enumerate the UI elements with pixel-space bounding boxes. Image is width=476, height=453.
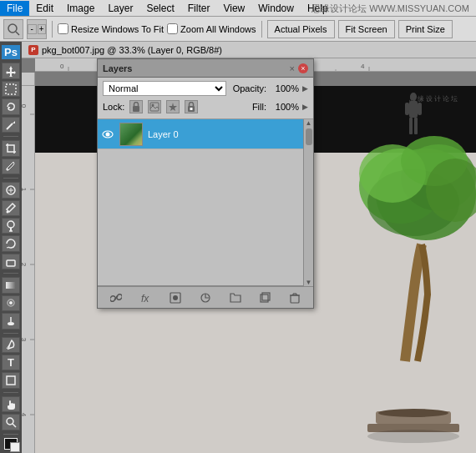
crop-tool[interactable] bbox=[2, 140, 20, 156]
menu-select[interactable]: Select bbox=[139, 1, 180, 16]
svg-point-11 bbox=[8, 221, 14, 228]
opacity-label: Opacity: bbox=[233, 83, 266, 93]
marquee-tool[interactable] bbox=[2, 81, 20, 97]
toolbar-sep6 bbox=[3, 434, 18, 435]
blur-tool[interactable] bbox=[2, 295, 20, 311]
menu-view[interactable]: View bbox=[216, 1, 251, 16]
svg-line-21 bbox=[13, 424, 16, 427]
svg-rect-13 bbox=[7, 260, 15, 266]
layer-mask-button[interactable] bbox=[167, 289, 184, 306]
svg-text:3: 3 bbox=[22, 338, 28, 342]
ruler-corner bbox=[22, 73, 35, 86]
options-sep1 bbox=[52, 21, 53, 38]
layers-scrollbar[interactable]: ▲ ▼ bbox=[303, 119, 313, 286]
layers-bottom-toolbar: fx bbox=[98, 286, 313, 308]
layer-item[interactable]: Layer 0 bbox=[98, 119, 303, 149]
layer-styles-button[interactable]: fx bbox=[138, 289, 154, 306]
print-size-button[interactable]: Print Size bbox=[398, 20, 453, 38]
move-tool[interactable] bbox=[2, 63, 20, 78]
layers-panel-close-button[interactable]: × bbox=[298, 63, 308, 73]
layer-visibility-toggle[interactable] bbox=[101, 128, 114, 141]
scroll-up-arrow-icon[interactable]: ▲ bbox=[306, 119, 312, 127]
svg-point-62 bbox=[367, 430, 459, 443]
layers-list-container: Layer 0 ▲ ▼ bbox=[98, 119, 313, 286]
pen-tool[interactable] bbox=[2, 337, 20, 353]
foreground-color[interactable] bbox=[4, 438, 18, 450]
svg-rect-49 bbox=[418, 103, 422, 115]
menu-edit[interactable]: Edit bbox=[29, 1, 60, 16]
lock-all-icon[interactable] bbox=[185, 100, 198, 113]
svg-rect-76 bbox=[261, 294, 268, 302]
toolbar-sep3 bbox=[3, 273, 18, 274]
scroll-down-arrow-icon[interactable]: ▼ bbox=[306, 279, 312, 286]
svg-text:1: 1 bbox=[22, 188, 28, 192]
shape-tool[interactable] bbox=[2, 372, 20, 388]
resize-windows-group: Resize Windows To Fit bbox=[58, 23, 164, 34]
magic-wand-tool[interactable] bbox=[2, 117, 20, 133]
document-tab[interactable]: P pkg_bot007.jpg @ 33.3% (Layer 0, RGB/8… bbox=[22, 42, 476, 58]
zoom-all-label: Zoom All Windows bbox=[180, 24, 256, 34]
document-area: Ps bbox=[0, 42, 476, 453]
menu-window[interactable]: Window bbox=[251, 1, 301, 16]
layer-name[interactable]: Layer 0 bbox=[148, 129, 300, 139]
document-icon: P bbox=[28, 45, 38, 55]
svg-point-20 bbox=[7, 418, 13, 425]
menu-layer[interactable]: Layer bbox=[101, 1, 139, 16]
brush-tool[interactable] bbox=[2, 200, 20, 216]
svg-line-1 bbox=[16, 32, 19, 35]
layers-panel: Layers × × Normal Opacity: 100% ▶ bbox=[97, 58, 314, 309]
layers-list: Layer 0 bbox=[98, 119, 303, 286]
dodge-tool[interactable] bbox=[2, 313, 20, 329]
text-tool[interactable]: T bbox=[2, 355, 20, 370]
options-bar: - + Resize Windows To Fit Zoom All Windo… bbox=[0, 17, 476, 42]
svg-text:4: 4 bbox=[361, 63, 365, 70]
toolbar-sep4 bbox=[3, 333, 18, 334]
layers-controls: Normal Opacity: 100% ▶ Lock: bbox=[98, 78, 313, 119]
zoom-tool-icon[interactable] bbox=[3, 19, 23, 39]
lasso-tool[interactable] bbox=[2, 98, 20, 114]
menu-filter[interactable]: Filter bbox=[181, 1, 217, 16]
healing-tool[interactable] bbox=[2, 182, 20, 198]
svg-marker-2 bbox=[6, 66, 16, 77]
resize-windows-checkbox[interactable] bbox=[58, 23, 68, 34]
svg-marker-12 bbox=[7, 247, 8, 249]
svg-point-46 bbox=[410, 93, 417, 101]
opacity-arrow-icon[interactable]: ▶ bbox=[302, 84, 308, 93]
lock-image-icon[interactable] bbox=[148, 100, 161, 113]
menu-file[interactable]: File bbox=[0, 1, 29, 16]
menu-bar: File Edit Image Layer Select Filter View… bbox=[0, 0, 476, 17]
resize-windows-label: Resize Windows To Fit bbox=[71, 24, 164, 34]
eyedropper-tool[interactable] bbox=[2, 159, 20, 174]
toolbar: Ps bbox=[0, 42, 22, 453]
scroll-thumb[interactable] bbox=[306, 128, 312, 145]
lock-transparency-icon[interactable] bbox=[129, 100, 143, 113]
actual-pixels-button[interactable]: Actual Pixels bbox=[267, 20, 335, 38]
zoom-tool[interactable] bbox=[2, 414, 20, 430]
lock-position-icon[interactable] bbox=[166, 100, 180, 113]
svg-text:0: 0 bbox=[22, 104, 28, 108]
fill-row: Fill: 100% ▶ bbox=[252, 102, 308, 112]
clone-stamp-tool[interactable] bbox=[2, 218, 20, 234]
new-layer-button[interactable] bbox=[256, 289, 273, 306]
fit-screen-button[interactable]: Fit Screen bbox=[338, 20, 395, 38]
eraser-tool[interactable] bbox=[2, 254, 20, 269]
hand-tool[interactable] bbox=[2, 396, 20, 412]
link-layers-button[interactable] bbox=[108, 289, 124, 306]
opacity-value: 100% bbox=[270, 83, 299, 93]
ps-logo: Ps bbox=[2, 45, 20, 59]
options-sep2 bbox=[261, 21, 262, 38]
menu-image[interactable]: Image bbox=[60, 1, 101, 16]
gradient-tool[interactable] bbox=[2, 277, 20, 293]
zoom-out-icon[interactable]: - + bbox=[27, 19, 47, 39]
svg-text:4: 4 bbox=[22, 413, 28, 417]
delete-layer-button[interactable] bbox=[286, 289, 303, 306]
svg-line-4 bbox=[7, 123, 13, 129]
history-brush-tool[interactable] bbox=[2, 235, 20, 251]
adjustment-layer-button[interactable] bbox=[197, 289, 214, 306]
toolbar-sep1 bbox=[3, 136, 18, 137]
layer-group-button[interactable] bbox=[227, 289, 244, 306]
blend-mode-select[interactable]: Normal bbox=[103, 81, 226, 96]
layers-panel-titlebar[interactable]: Layers × × bbox=[98, 59, 313, 78]
fill-arrow-icon[interactable]: ▶ bbox=[302, 103, 308, 111]
zoom-all-checkbox[interactable] bbox=[167, 23, 178, 34]
